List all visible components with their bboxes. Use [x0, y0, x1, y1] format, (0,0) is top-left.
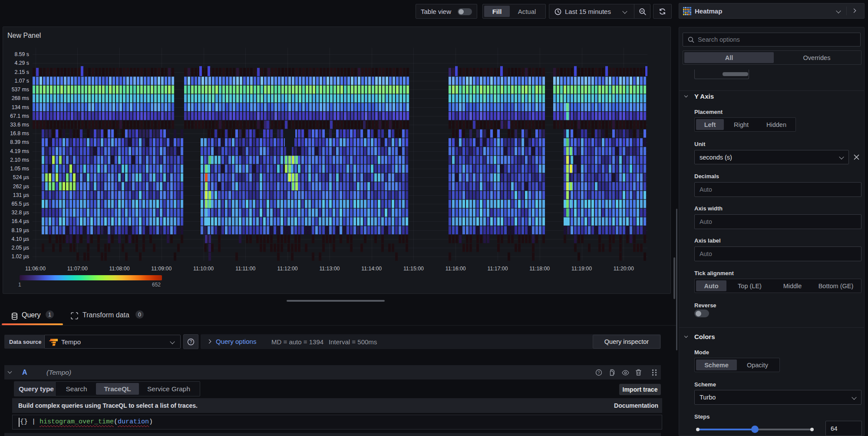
svg-text:?: ?: [190, 339, 192, 344]
svg-text:?: ?: [597, 370, 600, 375]
